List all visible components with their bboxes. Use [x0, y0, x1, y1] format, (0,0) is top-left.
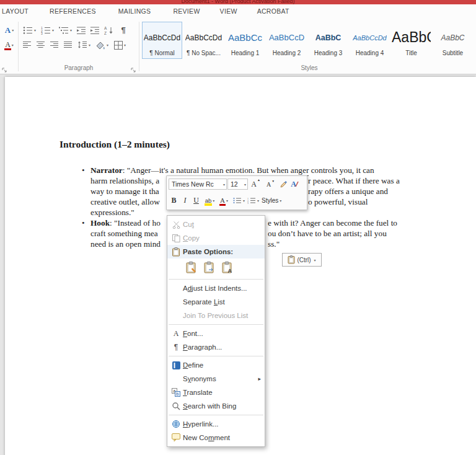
- font-size-select[interactable]: 12▾: [227, 179, 248, 190]
- tab-mailings[interactable]: MAILINGS: [112, 4, 158, 19]
- svg-text:A: A: [104, 26, 107, 30]
- numbering-button[interactable]: 123▾: [39, 24, 56, 37]
- decrease-indent-icon: [76, 26, 86, 35]
- font-name-select[interactable]: Times New Rc▾: [169, 179, 227, 190]
- svg-text:Z: Z: [104, 30, 107, 35]
- tab-review[interactable]: REVIEW: [166, 4, 206, 19]
- bold-button[interactable]: B: [169, 194, 179, 206]
- style-heading-4[interactable]: AaBbCcDd Heading 4: [350, 22, 390, 59]
- increase-indent-button[interactable]: [89, 24, 101, 37]
- increase-indent-icon: [90, 26, 100, 35]
- menu-item-synonyms[interactable]: Synonyms ▸: [167, 372, 265, 386]
- paste-text-only-icon: A: [222, 262, 234, 274]
- underline-button[interactable]: U: [191, 194, 201, 206]
- menu-item-paste-options: Paste Options:: [167, 245, 265, 258]
- tab-references[interactable]: REFERENCES: [43, 4, 103, 19]
- font-color-button[interactable]: A▾: [2, 38, 17, 51]
- bullets-mini-button[interactable]: ▾: [233, 194, 245, 206]
- menu-item-search-with-bing[interactable]: Search with Bing: [167, 399, 265, 413]
- justify-button[interactable]: [62, 38, 74, 51]
- style-heading-1[interactable]: AaBbCc Heading 1: [225, 22, 265, 59]
- tab-acrobat[interactable]: ACROBAT: [250, 4, 296, 19]
- paste-options-floating-button[interactable]: (Ctrl) ▾: [282, 253, 322, 267]
- ribbon: A▾ A▾ ▾ 123▾ ▾ AZ ¶ ▾ ▾ ▾: [0, 19, 476, 74]
- font-color-icon: A: [220, 197, 225, 204]
- text-effects-mini-button[interactable]: A: [289, 178, 300, 190]
- grow-font-button[interactable]: A▲: [249, 178, 259, 190]
- svg-text:3: 3: [247, 201, 249, 204]
- decrease-indent-button[interactable]: [75, 24, 87, 37]
- menu-separator: [169, 415, 263, 415]
- document-text-line: expressions.": [90, 208, 134, 218]
- menu-item-adjust-list-indents[interactable]: Adjust List Indents...: [167, 281, 265, 295]
- bullet-list-icon: [23, 26, 33, 35]
- copy-icon: [169, 234, 183, 242]
- menu-item-new-comment[interactable]: New Comment: [167, 431, 265, 444]
- sort-icon: AZ: [104, 26, 114, 35]
- paste-keep-source-formatting-button[interactable]: [184, 260, 199, 275]
- font-dialog-launcher[interactable]: [1, 65, 8, 72]
- style-no-spacing[interactable]: AaBbCcDd ¶ No Spac...: [183, 22, 224, 59]
- format-painter-button[interactable]: [278, 178, 289, 190]
- menu-item-copy[interactable]: Copy: [167, 231, 265, 245]
- style-heading-2[interactable]: AaBbCcD Heading 2: [267, 22, 307, 59]
- italic-button[interactable]: I: [180, 194, 190, 206]
- borders-button[interactable]: ▾: [112, 38, 128, 51]
- document-text-line: o powerful, visual: [308, 197, 368, 207]
- document-text-line: Hook: "Instead of ho: [90, 218, 161, 228]
- tab-layout[interactable]: LAYOUT: [0, 4, 35, 19]
- paste-options-row: A: [167, 258, 265, 277]
- menu-item-cut[interactable]: Cut: [167, 218, 265, 231]
- menu-item-font[interactable]: A Font...: [167, 327, 265, 340]
- font-color-icon: A: [5, 42, 11, 48]
- multilevel-list-button[interactable]: ▾: [57, 24, 74, 37]
- style-subtitle[interactable]: AaBbC Subtitle: [433, 22, 473, 59]
- menu-item-hyperlink[interactable]: Hyperlink...: [167, 417, 265, 431]
- svg-text:3: 3: [41, 32, 43, 35]
- paste-merge-formatting-button[interactable]: [202, 260, 217, 275]
- menu-item-paragraph[interactable]: ¶ Paragraph...: [167, 340, 265, 354]
- svg-text:b: b: [176, 392, 178, 396]
- document-text-line: craft something mea: [90, 229, 158, 239]
- text-effects-button[interactable]: A▾: [2, 24, 17, 37]
- font-color-mini-button[interactable]: A▾: [219, 194, 229, 206]
- show-hide-paragraph-button[interactable]: ¶: [117, 24, 130, 37]
- define-book-icon: [169, 361, 183, 369]
- style-title[interactable]: AaBbCcDd Title: [391, 22, 431, 59]
- line-spacing-icon: [77, 41, 87, 49]
- align-center-button[interactable]: [35, 38, 47, 51]
- numbering-mini-button[interactable]: 123▾: [247, 194, 259, 206]
- borders-icon: [114, 41, 123, 50]
- menu-item-separate-list[interactable]: Separate List: [167, 295, 265, 309]
- tab-view[interactable]: VIEW: [213, 4, 244, 19]
- scissors-icon: [169, 220, 183, 229]
- menu-item-translate[interactable]: ab Translate: [167, 386, 265, 399]
- styles-gallery: AaBbCcDd ¶ Normal AaBbCcDd ¶ No Spac... …: [142, 22, 476, 61]
- menu-item-define[interactable]: Define: [167, 358, 265, 372]
- bullets-button[interactable]: ▾: [21, 24, 38, 37]
- menu-item-join-to-previous-list[interactable]: Join To Previous List: [167, 309, 265, 322]
- menu-separator: [169, 356, 263, 356]
- highlight-button[interactable]: ab▾: [205, 194, 215, 206]
- paste-keep-text-only-button[interactable]: A: [220, 260, 235, 275]
- paste-merge-icon: [204, 262, 216, 274]
- shading-button[interactable]: ▾: [94, 38, 110, 51]
- bullet-marker: •: [82, 166, 85, 175]
- window-title: Document1 - Word (Product Activation Fai…: [0, 0, 476, 4]
- sort-button[interactable]: AZ: [102, 24, 116, 37]
- style-heading-3[interactable]: AaBbC Heading 3: [308, 22, 348, 59]
- styles-button[interactable]: Styles▾: [262, 194, 281, 206]
- align-right-button[interactable]: [48, 38, 61, 51]
- line-spacing-button[interactable]: ▾: [76, 38, 92, 51]
- hyperlink-globe-icon: [169, 420, 183, 428]
- search-icon: [169, 402, 183, 410]
- submenu-arrow-icon: ▸: [258, 376, 261, 382]
- shrink-font-button[interactable]: A▼: [263, 178, 274, 190]
- align-left-button[interactable]: [21, 38, 33, 51]
- style-normal[interactable]: AaBbCcDd ¶ Normal: [142, 22, 182, 59]
- paragraph-dialog-launcher[interactable]: [130, 65, 137, 72]
- paragraph-group-label: Paragraph: [19, 64, 139, 71]
- align-left-icon: [23, 41, 32, 49]
- mini-toolbar: Times New Rc▾ 12▾ A▲ A▼ A B I U ab▾ A▾ ▾…: [166, 175, 307, 210]
- comment-icon: [169, 433, 183, 442]
